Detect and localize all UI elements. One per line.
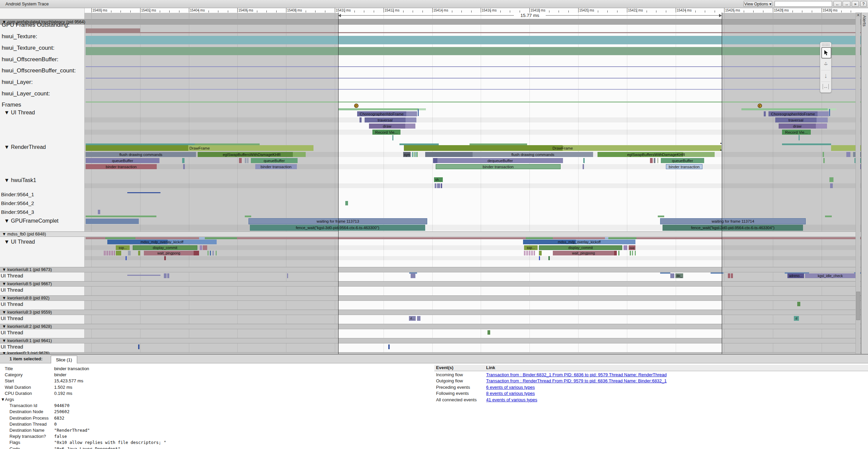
- trace-slice[interactable]: [418, 109, 419, 116]
- process-header--mdss-fb0-pid-6848-[interactable]: ▼ mdss_fb0 (pid 6848): [0, 231, 868, 237]
- event-link-incoming-flow[interactable]: Transaction from : Binder:6832_1 From PI…: [486, 372, 667, 377]
- trace-slice[interactable]: [657, 158, 658, 163]
- trace-slice[interactable]: [86, 216, 156, 217]
- trace-slice[interactable]: [116, 251, 121, 255]
- trace-slice[interactable]: [86, 78, 868, 78]
- slice-draw[interactable]: draw: [779, 124, 816, 129]
- timing-tool-button[interactable]: ↔: [821, 82, 830, 91]
- track-label--ui-thread[interactable]: ▼ UI Thread: [4, 110, 35, 116]
- track-label-ui-thread[interactable]: UI Thread: [1, 344, 23, 350]
- selection-tool-button[interactable]: [821, 47, 831, 59]
- detail-key--args[interactable]: ▼Args: [1, 397, 14, 402]
- slice-binder-transaction[interactable]: binder transaction: [436, 164, 561, 169]
- slice-fence-wait-kgsl-3d0-pid-9564-ctx-6-ts-46[interactable]: fence_wait("kgsl-3d0-pid-9564-ctx-6-ts-4…: [663, 225, 803, 231]
- trace-slice[interactable]: [670, 273, 674, 278]
- trace-slice[interactable]: [417, 152, 418, 157]
- trace-slice[interactable]: [823, 158, 825, 163]
- slice-queuebuffer[interactable]: queueBuffer: [661, 158, 704, 163]
- process-header--kworker-u8-8-pid-892-[interactable]: ▼ kworker/u8:8 (pid 892): [0, 295, 868, 301]
- trace-slice[interactable]: [830, 183, 833, 188]
- trace-slice[interactable]: [111, 251, 111, 255]
- trace-slice[interactable]: [435, 183, 436, 188]
- trace-slice[interactable]: [527, 251, 528, 255]
- slice-binder-transaction[interactable]: binder transaction: [86, 164, 157, 169]
- trace-slice[interactable]: [829, 177, 833, 182]
- trace-slice[interactable]: [533, 251, 533, 255]
- trace-slice[interactable]: [650, 158, 653, 163]
- trace-slice[interactable]: [846, 152, 850, 157]
- alerts-side-tab[interactable]: Alerts: [861, 13, 868, 354]
- trace-slice[interactable]: [183, 164, 185, 169]
- palette-drag-handle[interactable]: [822, 43, 830, 46]
- trace-slice[interactable]: [526, 237, 553, 239]
- trace-slice[interactable]: [406, 111, 417, 116]
- slice-mdss-mdp-overlay-kickoff[interactable]: mdss_mdp_overlay_kickoff: [523, 240, 635, 244]
- trace-slice[interactable]: [412, 152, 413, 157]
- trace-slice[interactable]: [526, 251, 526, 255]
- trace-slice[interactable]: [764, 111, 766, 116]
- slice-kgsl-idle-check[interactable]: kgsl_idle_check: [805, 273, 855, 278]
- trace-slice[interactable]: [167, 273, 169, 278]
- track-label-binder-9564-3[interactable]: Binder:9564_3: [1, 209, 34, 215]
- track-label-ui-thread[interactable]: UI Thread: [1, 330, 23, 335]
- event-link-all-connected-events[interactable]: 41 events of various types: [486, 397, 537, 402]
- trace-slice[interactable]: [823, 152, 824, 157]
- track-label-ui-thread[interactable]: UI Thread: [1, 315, 23, 321]
- trace-slice[interactable]: [418, 108, 426, 110]
- pan-tool-button[interactable]: ↔ ↕: [821, 59, 830, 69]
- trace-slice[interactable]: [208, 251, 209, 255]
- trace-slice[interactable]: [109, 251, 110, 255]
- frame-badge-icon[interactable]: F: [354, 104, 359, 108]
- trace-slice[interactable]: [605, 237, 608, 239]
- trace-slice[interactable]: [441, 183, 442, 188]
- slice-mdss-mdp-overlay-kickoff[interactable]: mdss_mdp_overlay_kickoff: [107, 240, 217, 244]
- trace-slice[interactable]: [405, 124, 415, 129]
- slice-wait-pingpong[interactable]: wait_pingpong: [553, 251, 614, 255]
- track-label--gpuframecomplet[interactable]: ▼ GPUFrameComplet: [4, 218, 59, 224]
- process-header--com-prefabulated-touchlatency-pid-9564-[interactable]: ▼ com.prefabulated.touchlatency (pid 956…: [0, 19, 868, 25]
- trace-slice[interactable]: [194, 251, 199, 255]
- trace-slice[interactable]: [583, 158, 585, 163]
- track-label-hwui-texture-count-[interactable]: hwui_Texture_count:: [2, 45, 55, 51]
- trace-slice[interactable]: [247, 158, 248, 163]
- trace-slice[interactable]: [388, 344, 390, 349]
- trace-slice[interactable]: [287, 273, 288, 278]
- tab-slice[interactable]: Slice (1): [51, 356, 77, 363]
- trace-slice[interactable]: [245, 216, 251, 217]
- trace-slice[interactable]: [128, 251, 131, 255]
- slice-waiting-for-frame-113714[interactable]: waiting for frame 113714: [660, 218, 806, 224]
- trace-slice[interactable]: [210, 251, 211, 255]
- trace-slice[interactable]: [414, 152, 415, 157]
- trace-slice[interactable]: [127, 192, 160, 193]
- process-header--kworker-u8-1-pid-9673-[interactable]: ▼ kworker/u8:1 (pid 9673): [0, 267, 868, 272]
- slice-d-[interactable]: d...: [409, 316, 416, 321]
- event-link-following-events[interactable]: 8 events of various types: [486, 391, 535, 396]
- slice-dequeuebuffer[interactable]: dequeueBuffer: [437, 158, 563, 163]
- process-header--kworker-u9-1-pid-9641-[interactable]: ▼ kworker/u9:1 (pid 9641): [0, 338, 868, 343]
- slice-do-[interactable]: do_: [675, 273, 683, 278]
- trace-slice[interactable]: [816, 124, 827, 129]
- track-label--hwuitask1[interactable]: ▼ hwuiTask1: [4, 177, 36, 183]
- slice-ssp-[interactable]: ssp...: [524, 245, 538, 250]
- trace-slice[interactable]: [86, 219, 139, 224]
- trace-slice[interactable]: [138, 344, 139, 349]
- trace-slice[interactable]: [539, 251, 542, 255]
- trace-slice[interactable]: [338, 108, 418, 110]
- slice-display-commit[interactable]: display_commit: [539, 245, 622, 250]
- trace-slice[interactable]: [825, 216, 832, 217]
- slice-flush-drawing-commands[interactable]: flush drawing commands: [473, 152, 593, 157]
- trace-slice[interactable]: [728, 273, 730, 278]
- trace-slice[interactable]: [799, 135, 800, 140]
- slice-draw[interactable]: draw: [369, 124, 405, 129]
- trace-slice[interactable]: [425, 152, 473, 157]
- slice-choreographer-doframe[interactable]: Choreographer#doFrame: [768, 111, 818, 116]
- track-label-ui-thread[interactable]: UI Thread: [1, 287, 23, 293]
- trace-slice[interactable]: [797, 302, 800, 306]
- slice-waiting-for-frame-113713[interactable]: waiting for frame 113713: [248, 218, 427, 224]
- trace-slice[interactable]: [86, 28, 140, 33]
- slice-record-vie-[interactable]: Record Vie...: [372, 130, 400, 135]
- track-label-ui-thread[interactable]: UI Thread: [1, 273, 23, 278]
- trace-slice[interactable]: [731, 273, 733, 278]
- trace-slice[interactable]: [614, 251, 617, 255]
- trace-slice[interactable]: [164, 273, 167, 278]
